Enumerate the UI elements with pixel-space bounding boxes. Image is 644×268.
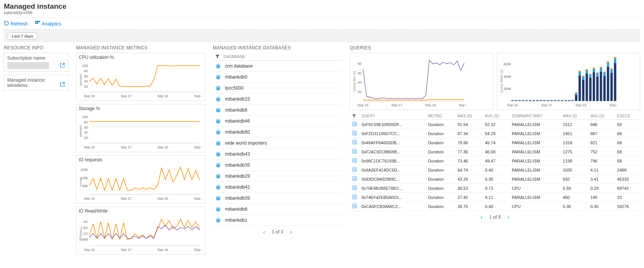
query-row[interactable]: 0xF6C59E339D5DF... Duration 91.54 52.32 … [350,120,640,129]
cpu-chart[interactable]: 20406080100Sep 15Sep 17Sep 19Sep 21perce… [79,61,202,99]
svg-text:60: 60 [84,74,88,78]
database-icon [215,140,221,146]
query-duration-chart[interactable]: 20406080Sep 15Sep 17Sep 19Sep 21Query du… [352,55,466,108]
database-row[interactable]: crm database [213,61,342,72]
io-requests-chart[interactable]: 50k100k150kSep 15Sep 17Sep 19Sep 21count [79,163,202,201]
database-icon [215,162,221,168]
svg-rect-101 [518,100,520,101]
open-external-icon[interactable] [60,63,65,69]
database-row[interactable]: mibankdb0 [213,72,342,83]
database-row[interactable]: mibankdb39 [213,193,342,204]
svg-point-59 [216,130,220,131]
filter-icon[interactable] [352,114,357,118]
query-column-header[interactable]: AVG (S) [483,112,509,120]
next-page-button[interactable]: › [508,214,509,220]
prev-page-button[interactable]: ‹ [481,214,482,220]
svg-text:Sep 19: Sep 19 [157,145,168,149]
query-column-header[interactable]: AVG (S) [588,112,615,120]
refresh-button[interactable]: Refresh [4,20,28,27]
database-row[interactable]: mibankdb1 [213,215,342,226]
query-wait: PARALLELISM [509,120,560,129]
query-row[interactable]: 0xCA0FCB38A6C2... Duration 26.75 0.40 CP… [350,202,640,211]
query-row[interactable]: 0x93DC8A02889C... Duration 43.29 0.35 PA… [350,175,640,184]
svg-point-57 [216,119,220,120]
svg-point-67 [216,174,220,175]
database-row[interactable]: mibankdb8 [213,204,342,215]
svg-point-55 [216,108,220,109]
svg-rect-158 [585,74,588,101]
query-avg: 54.29 [483,129,509,138]
open-external-icon[interactable] [60,82,65,88]
database-icon [215,217,221,223]
svg-rect-181 [611,68,613,69]
svg-text:Sep 15: Sep 15 [84,248,95,252]
query-max: 91.54 [455,120,482,129]
prev-page-button[interactable]: ‹ [263,229,265,235]
managed-instance-card[interactable]: Managed instance: wimidemo [4,75,68,91]
database-icon [215,107,221,113]
query-row[interactable]: 0x98C1DC76193B... Duration 73.46 49.47 P… [350,156,640,166]
database-icon [215,129,221,135]
filter-icon[interactable] [215,54,220,59]
svg-rect-122 [543,100,546,101]
svg-rect-4 [37,22,38,24]
storage-chart[interactable]: 20406080100Sep 15Sep 17Sep 19Sep 21perce… [79,112,202,150]
queries-table: QUERYMETRICMAX (S)AVG (S)DOMINANT WAITMA… [350,112,640,211]
svg-text:Sep 19: Sep 19 [576,103,587,107]
query-max: 43.29 [455,175,482,184]
database-row[interactable]: tpcc5000 [213,83,342,94]
svg-rect-147 [571,100,574,101]
query-row[interactable]: 0x46AFF6A603DB... Duration 78.96 49.74 P… [350,138,640,147]
query-column-header[interactable]: MAX (S) [455,112,482,120]
database-row[interactable]: mibankdb15 [213,94,342,105]
database-row[interactable]: mibankdb42 [213,182,342,193]
subscription-card[interactable]: Subscription name: [4,53,68,72]
query-column-header[interactable]: MAX (S) [561,112,588,120]
query-avg: 49.74 [483,138,509,147]
svg-text:1.5G: 1.5G [80,226,88,230]
query-waits-chart[interactable]: 200k400k600kSep 15Sep 17Sep 19Sep 21Quer… [500,55,617,108]
query-wait-avg: 752 [588,147,615,156]
svg-rect-102 [518,100,520,101]
database-name: mibankdb39 [225,195,250,201]
databases-column: MANAGED INSTANCE DATABASES DATABASE crm … [213,45,342,238]
database-row[interactable]: mibankdb35 [213,160,342,171]
svg-rect-166 [593,68,595,68]
svg-rect-129 [550,100,552,101]
query-execs: 68 [615,138,640,147]
query-execs: 68 [615,156,640,166]
query-column-header[interactable]: METRIC [426,112,455,120]
svg-text:40: 40 [84,79,88,83]
svg-text:Sep 17: Sep 17 [121,248,132,252]
next-page-button[interactable]: › [290,229,292,235]
database-name: mibankdb6 [225,107,247,113]
toolbar: Refresh Analytics [4,19,640,30]
database-row[interactable]: mibankdb6 [213,105,342,116]
database-row[interactable]: mibankdb50 [213,127,342,138]
database-row[interactable]: wide world importers [213,138,342,149]
svg-rect-108 [525,100,528,101]
query-row[interactable]: 0x70E9B2B8E70EC... Duration 30.53 0.73 C… [350,184,640,193]
time-range-pill[interactable]: Last 7 days [7,32,38,40]
refresh-icon [4,20,9,27]
svg-text:Sep 19: Sep 19 [157,94,168,98]
query-row[interactable]: 0x8A3EF414DC5D... Duration 64.74 0.40 PA… [350,166,640,175]
query-row[interactable]: 0x74EF42EB5A0D1... Duration 27.42 9.11 P… [350,193,640,202]
io-rw-chart[interactable]: 500M1G1.5G2GSep 15Sep 17Sep 19Sep 21byte… [79,214,202,252]
database-row[interactable]: mibankdb29 [213,171,342,182]
chart-title: IO requests [79,157,203,162]
query-wait: CPU [509,202,560,211]
database-row[interactable]: mibankdb46 [213,116,342,127]
svg-rect-134 [557,100,560,101]
query-row[interactable]: 0xF2AC92CBB098... Duration 77.36 46.08 P… [350,147,640,156]
analytics-button[interactable]: Analytics [35,20,62,27]
query-column-header[interactable]: DOMINANT WAIT [509,112,560,120]
page-header: Managed instance sqlanalytics356 [4,2,640,17]
database-row[interactable]: mibankdb43 [213,149,342,160]
svg-text:100: 100 [82,115,88,119]
query-column-header[interactable]: QUERY [359,112,426,120]
query-column-header[interactable]: EXECS [615,112,640,120]
query-icon [350,184,359,193]
svg-text:200k: 200k [503,87,511,91]
query-row[interactable]: 0xF2D31199D7CC... Duration 87.34 54.29 P… [350,129,640,138]
